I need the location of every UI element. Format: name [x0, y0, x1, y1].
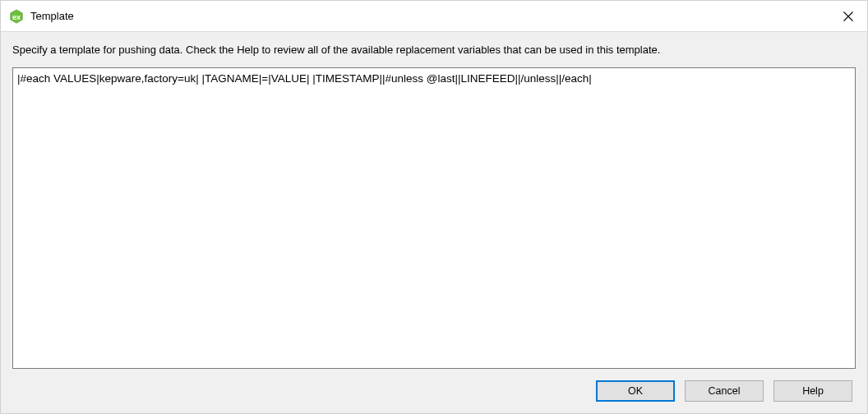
svg-text:ex: ex — [12, 12, 21, 21]
help-button[interactable]: Help — [773, 380, 852, 402]
template-text-content[interactable]: |#each VALUES|kepware,factory=uk| |TAGNA… — [17, 71, 851, 365]
instruction-text: Specify a template for pushing data. Che… — [12, 44, 856, 56]
cancel-button[interactable]: Cancel — [685, 380, 764, 402]
app-icon: ex — [9, 9, 24, 24]
ok-button[interactable]: OK — [596, 380, 675, 402]
close-button[interactable] — [829, 1, 867, 32]
window-title: Template — [30, 10, 74, 22]
dialog-content: Specify a template for pushing data. Che… — [1, 32, 867, 413]
titlebar: ex Template — [1, 1, 867, 32]
close-icon — [843, 12, 853, 21]
button-row: OK Cancel Help — [12, 369, 856, 413]
template-textarea[interactable]: |#each VALUES|kepware,factory=uk| |TAGNA… — [12, 67, 856, 369]
